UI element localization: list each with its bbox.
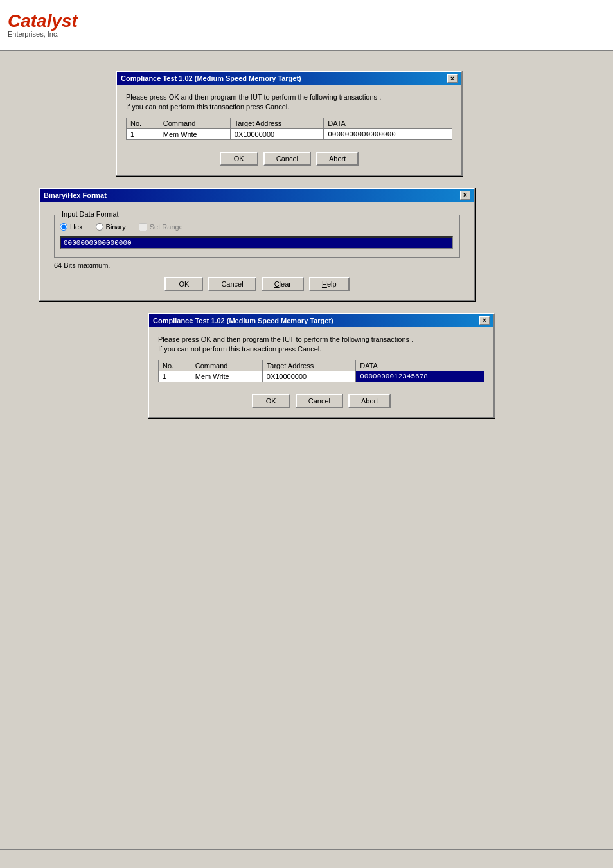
dialog3-ok-button[interactable]: OK — [252, 394, 290, 408]
header: Catalyst Enterprises, Inc. — [0, 0, 613, 51]
dialog1-close-button[interactable]: × — [447, 74, 458, 83]
dialog1-message-line1: Please press OK and then program the IUT… — [126, 93, 381, 101]
dialog1-wrapper: Compliance Test 1.02 (Medium Speed Memor… — [116, 71, 594, 176]
dialog3-close-button[interactable]: × — [479, 316, 490, 325]
col-target-address: Target Address — [262, 360, 355, 371]
dialog2-buttons: OK Cancel Clear Help — [49, 272, 465, 294]
checkbox-setrange-text: Set Range — [150, 223, 183, 231]
dialog1-body: Please press OK and then program the IUT… — [117, 85, 461, 175]
checkbox-setrange-label[interactable]: Set Range — [139, 223, 183, 231]
table-cell: 0X10000000 — [262, 371, 355, 382]
logo-sub: Enterprises, Inc. — [8, 30, 78, 38]
main-content: Compliance Test 1.02 (Medium Speed Memor… — [0, 51, 613, 431]
dialog2-body: Input Data Format Hex Binary Set Rang — [40, 202, 474, 300]
table-row: 1Mem Write0X100000000000000000000000 — [127, 128, 452, 139]
table-row: 1Mem Write0X100000000000000012345678 — [159, 371, 484, 382]
dialog1-table: No. Command Target Address DATA 1Mem Wri… — [126, 118, 452, 140]
help-underline: H — [322, 280, 327, 288]
table-cell: 1 — [159, 371, 191, 382]
dialog3-cancel-button[interactable]: Cancel — [296, 394, 343, 408]
dialog2-cancel-button[interactable]: Cancel — [208, 277, 256, 291]
table-header-row: No. Command Target Address DATA — [127, 118, 452, 128]
radio-binary-label[interactable]: Binary — [96, 223, 126, 231]
table-cell: 0000000000000000 — [324, 128, 452, 139]
dialog1-abort-button[interactable]: Abort — [316, 152, 359, 166]
dialog3-wrapper: Compliance Test 1.02 (Medium Speed Memor… — [148, 313, 594, 418]
dialog2-titlebar: Binary/Hex Format × — [40, 189, 474, 202]
col-no: No. — [127, 118, 159, 128]
col-command: Command — [191, 360, 262, 371]
dialog1-title: Compliance Test 1.02 (Medium Speed Memor… — [121, 75, 301, 82]
radio-hex-label[interactable]: Hex — [60, 223, 83, 231]
hex-value-input[interactable] — [60, 236, 453, 249]
dialog1: Compliance Test 1.02 (Medium Speed Memor… — [116, 71, 463, 176]
table-cell: 1 — [127, 128, 159, 139]
input-data-format-group: Input Data Format Hex Binary Set Rang — [54, 215, 460, 258]
radio-binary-text: Binary — [106, 223, 126, 231]
radio-hex-text: Hex — [70, 223, 83, 231]
table-cell: Mem Write — [191, 371, 262, 382]
dialog1-buttons: OK Cancel Abort — [126, 146, 452, 168]
dialog3-table: No. Command Target Address DATA 1Mem Wri… — [158, 360, 484, 382]
col-command: Command — [159, 118, 230, 128]
clear-underline: C — [274, 280, 280, 288]
footer-bar — [0, 849, 613, 868]
dialog2-close-button[interactable]: × — [460, 191, 470, 200]
dialog2-clear-button[interactable]: Clear — [262, 277, 304, 291]
dialog2-ok-button[interactable]: OK — [164, 277, 203, 291]
dialog2-title: Binary/Hex Format — [44, 191, 107, 199]
col-target-address: Target Address — [230, 118, 323, 128]
dialog3: Compliance Test 1.02 (Medium Speed Memor… — [148, 313, 495, 418]
table-cell: 0000000012345678 — [356, 371, 484, 382]
dialog1-message-line2: If you can not perform this transaction … — [126, 103, 289, 111]
clear-rest: lear — [280, 280, 291, 288]
col-no: No. — [159, 360, 191, 371]
col-data: DATA — [324, 118, 452, 128]
dialog3-titlebar: Compliance Test 1.02 (Medium Speed Memor… — [149, 314, 493, 327]
help-rest: elp — [327, 280, 337, 288]
dialog1-ok-button[interactable]: OK — [220, 152, 258, 166]
radio-hex-input[interactable] — [60, 223, 67, 231]
dialog3-message-line1: Please press OK and then program the IUT… — [158, 335, 413, 343]
group-legend: Input Data Format — [60, 210, 121, 218]
dialog2-help-button[interactable]: Help — [309, 277, 350, 291]
radio-row: Hex Binary Set Range — [60, 223, 454, 231]
dialog1-cancel-button[interactable]: Cancel — [263, 152, 311, 166]
dialog1-titlebar: Compliance Test 1.02 (Medium Speed Memor… — [117, 72, 461, 85]
table-cell: 0X10000000 — [230, 128, 323, 139]
table-header-row: No. Command Target Address DATA — [159, 360, 484, 371]
checkbox-setrange-input[interactable] — [139, 223, 147, 231]
dialog2-wrapper: Binary/Hex Format × Input Data Format He… — [39, 188, 594, 301]
bits-max-label: 64 Bits maximum. — [54, 261, 460, 269]
dialog3-title: Compliance Test 1.02 (Medium Speed Memor… — [153, 317, 333, 324]
radio-binary-input[interactable] — [96, 223, 103, 231]
logo-container: Catalyst Enterprises, Inc. — [8, 12, 78, 38]
dialog3-abort-button[interactable]: Abort — [348, 394, 391, 408]
logo-main: Catalyst — [8, 12, 78, 30]
table-cell: Mem Write — [159, 128, 230, 139]
col-data: DATA — [356, 360, 484, 371]
dialog3-body: Please press OK and then program the IUT… — [149, 327, 493, 417]
dialog3-message: Please press OK and then program the IUT… — [158, 335, 484, 355]
dialog2: Binary/Hex Format × Input Data Format He… — [39, 188, 475, 301]
dialog1-message: Please press OK and then program the IUT… — [126, 93, 452, 112]
dialog3-buttons: OK Cancel Abort — [158, 389, 484, 411]
dialog3-message-line2: If you can not perform this transaction … — [158, 345, 321, 353]
